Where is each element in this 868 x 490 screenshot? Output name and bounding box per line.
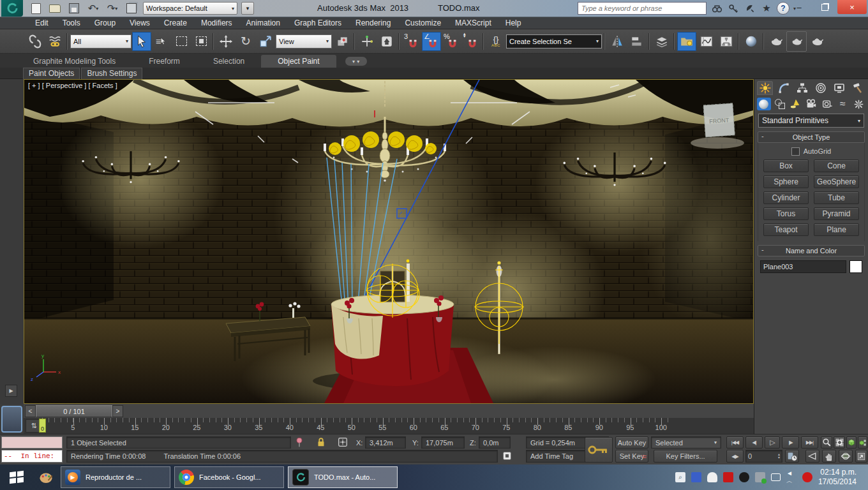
primitive-category-dropdown[interactable]: Standard Primitives ▾ [758, 114, 864, 128]
category-helpers-button[interactable] [820, 98, 834, 110]
named-selection-sets-dropdown[interactable]: Create Selection Se▾ [506, 34, 602, 48]
tab-utilities[interactable] [849, 81, 865, 95]
selection-lock-icon[interactable] [315, 436, 328, 449]
zoom-extents-button[interactable] [846, 436, 857, 449]
x-coord-field[interactable]: 3,412m [365, 436, 406, 449]
perspective-viewport[interactable]: [ + ] [ Perspective ] [ Facets ] [24, 79, 754, 404]
ribbon-tab-object-paint[interactable]: Object Paint [261, 55, 336, 68]
key-mode-toggle-button[interactable]: ◀▶ [726, 450, 744, 463]
taskbar-app-media-player[interactable]: ▶ Reproductor de ... [61, 466, 170, 488]
tray-volume-icon[interactable]: ◄︿ [786, 472, 797, 482]
viewport-layout-tabs-button[interactable] [1, 406, 22, 433]
edit-named-selection-sets-button[interactable]: {}ABC [486, 32, 505, 51]
align-button[interactable] [627, 32, 647, 51]
previous-frame-button[interactable]: < [25, 405, 36, 417]
tray-avira-icon[interactable] [802, 472, 812, 482]
ribbon-minimize-button[interactable]: ▾▾ [345, 57, 367, 66]
close-button[interactable]: × [837, 0, 867, 14]
name-color-rollout-header[interactable]: - Name and Color [758, 245, 865, 256]
zoom-all-button[interactable] [834, 436, 845, 449]
search-icon[interactable] [710, 3, 723, 14]
tab-motion[interactable] [812, 81, 828, 95]
reference-coordinate-dropdown[interactable]: View▾ [276, 34, 332, 48]
select-and-scale-button[interactable] [256, 32, 275, 51]
maxscript-mini-listener-pink[interactable] [1, 436, 63, 449]
percent-snap-toggle-button[interactable]: % [442, 32, 461, 51]
rendered-frame-window-button[interactable] [786, 31, 807, 52]
tray-network-icon[interactable] [771, 473, 781, 481]
y-coord-field[interactable]: 17,075m [421, 436, 465, 449]
category-lights-button[interactable] [788, 98, 802, 110]
minimize-button[interactable]: – [786, 0, 812, 14]
select-and-link-button[interactable] [26, 32, 45, 51]
project-folder-button[interactable] [124, 2, 139, 15]
category-cameras-button[interactable] [804, 98, 818, 110]
tray-input-lock-icon[interactable] [691, 472, 701, 482]
selection-set-filter-dropdown[interactable]: Selected▾ [651, 436, 721, 449]
app-menu-button[interactable] [1, 0, 23, 17]
tray-adobe-icon[interactable] [723, 472, 733, 482]
manage-layers-button[interactable] [652, 32, 671, 51]
snaps-toggle-3d-button[interactable]: 3 [402, 32, 421, 51]
brush-settings-panel-button[interactable]: Brush Settings [81, 68, 142, 79]
new-file-button[interactable] [28, 2, 43, 15]
key-filters-button[interactable]: Key Filters... [654, 450, 717, 463]
zoom-extents-all-button[interactable] [858, 436, 867, 449]
object-type-button[interactable]: Cylinder [763, 191, 809, 204]
absolute-offset-mode-icon[interactable] [337, 436, 351, 449]
object-type-button[interactable]: GeoSphere [814, 175, 859, 188]
next-frame-button[interactable]: > [112, 405, 123, 417]
menu-item[interactable]: MAXScript [448, 19, 498, 27]
open-file-button[interactable] [47, 2, 63, 15]
object-type-button[interactable]: Sphere [763, 175, 809, 188]
previous-key-button[interactable]: ◀| [745, 436, 763, 449]
object-type-rollout-header[interactable]: - Object Type [758, 131, 865, 143]
maxscript-mini-listener-white[interactable]: -- In line: [1, 450, 63, 463]
go-to-end-button[interactable]: ▶▶| [801, 436, 818, 449]
menu-item[interactable]: Rendering [348, 19, 398, 27]
search-input[interactable] [578, 2, 707, 15]
bind-to-space-warp-button[interactable] [45, 32, 64, 51]
menu-item[interactable]: Animation [239, 19, 287, 27]
track-bar[interactable]: ⇅ 51015202530354045505560657075808590951… [24, 418, 754, 434]
zoom-button[interactable] [821, 436, 832, 449]
object-name-field[interactable]: Plane003 [760, 260, 846, 273]
trackbar-playhead[interactable]: 0 [39, 419, 46, 433]
object-type-button[interactable]: Cone [814, 160, 859, 172]
isolate-selection-pin-icon[interactable] [294, 436, 306, 449]
tab-hierarchy[interactable] [794, 81, 810, 95]
favorites-star-icon[interactable]: ★ [760, 3, 773, 14]
orbit-button[interactable] [839, 450, 853, 463]
material-editor-button[interactable] [742, 32, 761, 51]
object-type-button[interactable]: Tube [814, 191, 859, 204]
z-coord-field[interactable]: 0,0m [479, 436, 511, 449]
menu-item[interactable]: Group [87, 19, 123, 27]
schematic-view-button[interactable] [717, 32, 736, 51]
tray-bell-icon[interactable] [707, 472, 717, 482]
play-button[interactable]: ▷ [765, 436, 780, 449]
category-shapes-button[interactable] [773, 98, 787, 110]
menu-item[interactable]: Create [157, 19, 194, 27]
ceiling-drape[interactable] [24, 80, 753, 127]
workspace-dropdown[interactable]: Workspace: Default ▾ [143, 2, 237, 15]
pan-button[interactable] [822, 450, 836, 463]
menu-item[interactable]: Views [123, 19, 157, 27]
render-production-button[interactable] [807, 32, 827, 51]
select-and-manipulate-button[interactable] [357, 32, 377, 51]
save-file-button[interactable] [66, 2, 82, 15]
object-type-button[interactable]: Box [763, 160, 809, 172]
restore-button[interactable] [812, 0, 837, 14]
menu-item[interactable]: Help [498, 19, 528, 27]
default-tangents-icon[interactable]: ≈ [637, 450, 651, 463]
menu-item[interactable]: Edit [28, 19, 56, 27]
angle-snap-toggle-button[interactable]: ∠ [422, 32, 441, 51]
undo-button[interactable]: ↶▾ [86, 2, 101, 15]
frame-spinner[interactable]: ▴▾ [778, 453, 780, 459]
set-keys-button[interactable] [585, 437, 613, 463]
menu-item[interactable]: Graph Editors [287, 19, 348, 27]
tray-document-search-icon[interactable]: ⌕ [675, 472, 685, 482]
object-type-button[interactable]: Torus [763, 207, 809, 220]
object-type-button[interactable]: Teapot [763, 223, 809, 236]
workspace-menu-button[interactable]: ▾ [241, 2, 254, 15]
ribbon-tab-selection[interactable]: Selection [197, 55, 261, 68]
